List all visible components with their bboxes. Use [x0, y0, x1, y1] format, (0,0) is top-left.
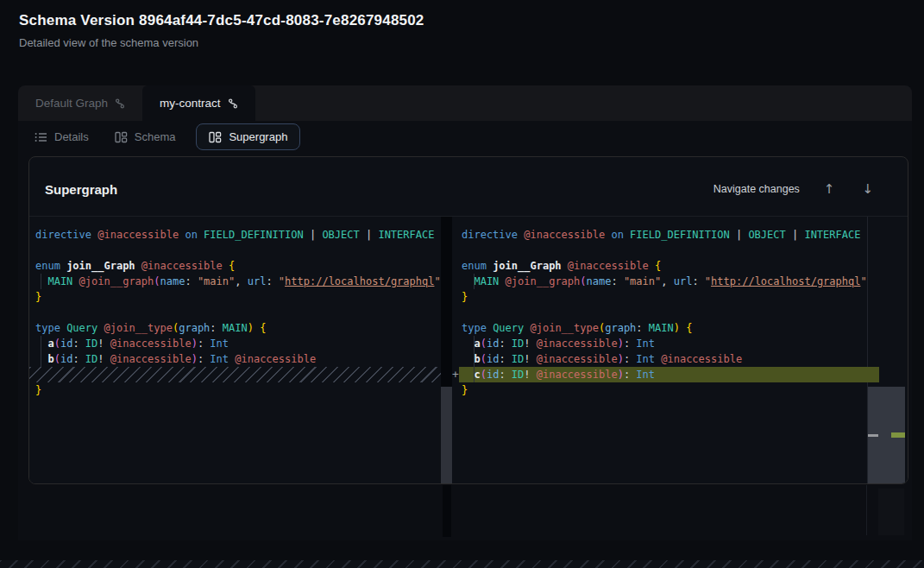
code-line: type Query @join__type(graph: MAIN) { [459, 320, 867, 336]
fork-icon [115, 98, 125, 109]
navigate-changes: Navigate changes ↑ ↓ [713, 181, 877, 198]
subtab-supergraph-label: Supergraph [229, 130, 287, 143]
code-line: enum join__Graph @inaccessible { [29, 258, 441, 274]
lower-editor-border [866, 485, 867, 535]
view-sub-tabs: Details Schema Supergraph [18, 121, 912, 153]
lower-editor-minimap [878, 489, 904, 535]
code-line: MAIN @join__graph(name: "main", url: "ht… [459, 274, 867, 289]
insert-marker: + [449, 367, 462, 382]
subtab-schema-label: Schema [135, 130, 176, 143]
section-title: Supergraph [45, 182, 117, 197]
code-line: type Query @join__type(graph: MAIN) { [29, 320, 441, 336]
supergraph-card: Supergraph Navigate changes ↑ ↓ directiv… [28, 156, 908, 484]
schema-version-page: { "header": { "title": "Schema Version 8… [0, 0, 924, 568]
code-line: } [459, 289, 867, 305]
code-line: a(id: ID! @inaccessible): Int [459, 336, 867, 351]
tab-default-graph-label: Default Graph [35, 97, 108, 110]
navigate-changes-label: Navigate changes [713, 183, 800, 195]
fork-icon [228, 98, 238, 109]
code-line: } [29, 382, 441, 398]
indent-guide [41, 274, 41, 289]
left-scrollbar[interactable] [441, 387, 452, 484]
code-line: } [459, 382, 867, 398]
subtab-details-label: Details [54, 130, 89, 143]
columns-icon [209, 131, 222, 143]
ruler-cursor-marker [868, 434, 878, 437]
code-line: MAIN @join__graph(name: "main", url: "ht… [29, 274, 441, 289]
page-title: Schema Version 8964af44-7dc5-47cd-8083-7… [19, 12, 905, 29]
subtab-supergraph[interactable]: Supergraph [196, 123, 300, 150]
tab-my-contract-label: my-contract [160, 97, 221, 110]
next-change-button[interactable]: ↓ [858, 181, 877, 198]
code-line [459, 305, 867, 320]
code-line: directive @inaccessible on FIELD_DEFINIT… [459, 227, 867, 243]
code-line: directive @inaccessible on FIELD_DEFINIT… [29, 227, 441, 243]
page-header: Schema Version 8964af44-7dc5-47cd-8083-7… [0, 0, 924, 49]
code-line: a(id: ID! @inaccessible): Int [29, 336, 441, 351]
code-line [29, 243, 441, 258]
indent-guide [41, 336, 41, 367]
schema-version-panel: Default Graph my-contract [18, 85, 912, 540]
list-icon [35, 131, 47, 143]
bottom-hatch-strip [0, 560, 924, 568]
added-line-highlight-extension [867, 367, 879, 382]
columns-icon [115, 131, 128, 143]
subtab-schema[interactable]: Schema [115, 130, 176, 143]
previous-change-button[interactable]: ↑ [820, 181, 839, 198]
indent-guide [474, 274, 475, 289]
code-line: b(id: ID! @inaccessible): Int @inaccessi… [29, 351, 441, 367]
lower-editor-splitter [443, 485, 451, 537]
graph-tab-strip: Default Graph my-contract [18, 85, 912, 121]
page-subtitle: Detailed view of the schema version [19, 36, 905, 49]
code-line [459, 243, 867, 258]
supergraph-card-header: Supergraph Navigate changes ↑ ↓ [29, 157, 908, 217]
tab-my-contract[interactable]: my-contract [142, 85, 255, 121]
diff-pane-changed[interactable]: directive @inaccessible on FIELD_DEFINIT… [452, 217, 867, 483]
code-line: b(id: ID! @inaccessible): Int @inaccessi… [459, 351, 867, 367]
subtab-details[interactable]: Details [35, 130, 89, 143]
schema-diff-editor[interactable]: directive @inaccessible on FIELD_DEFINIT… [29, 217, 908, 483]
ruler-added-marker [891, 432, 905, 438]
code-line: enum join__Graph @inaccessible { [459, 258, 867, 274]
diff-inserted-placeholder [29, 367, 441, 382]
code-line [29, 305, 441, 320]
indent-guide [474, 336, 475, 382]
diff-pane-original[interactable]: directive @inaccessible on FIELD_DEFINIT… [29, 217, 441, 483]
diff-added-line: c(id: ID! @inaccessible): Int [459, 367, 867, 382]
code-line: } [29, 289, 441, 305]
tab-default-graph[interactable]: Default Graph [18, 85, 142, 121]
